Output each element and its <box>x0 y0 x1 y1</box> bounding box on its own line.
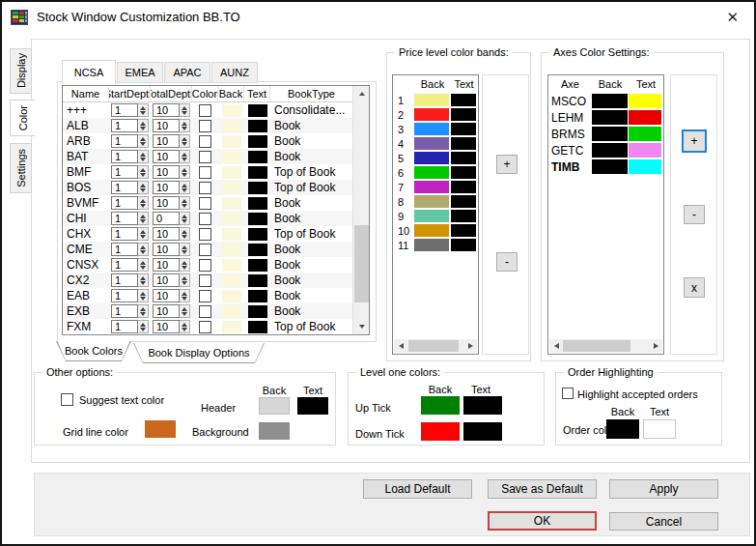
spinner-down-icon[interactable] <box>140 297 146 301</box>
spinner-buttons[interactable] <box>138 289 149 302</box>
spinner-down-icon[interactable] <box>140 281 146 285</box>
band-text-swatch[interactable] <box>451 239 476 251</box>
scrollbar-thumb[interactable] <box>408 340 459 352</box>
text-color-swatch[interactable] <box>248 274 267 287</box>
back-color-swatch[interactable] <box>222 213 241 225</box>
band-back-swatch[interactable] <box>414 123 449 135</box>
book-table-row[interactable]: ALB110Book <box>63 118 352 133</box>
up-tick-text-swatch[interactable] <box>463 396 502 415</box>
band-back-swatch[interactable] <box>414 166 449 179</box>
spinner-buttons[interactable] <box>138 320 149 333</box>
band-text-swatch[interactable] <box>451 123 476 135</box>
axes-row[interactable]: MSCO <box>548 93 663 109</box>
band-back-swatch[interactable] <box>414 195 449 208</box>
spinner-up-icon[interactable] <box>182 292 187 296</box>
depth-spinner[interactable]: 1 <box>111 273 149 287</box>
spinner-up-icon[interactable] <box>182 245 187 249</box>
spinner-buttons[interactable] <box>180 134 190 148</box>
depth-spinner[interactable]: 1 <box>111 243 149 256</box>
spinner-down-icon[interactable] <box>140 204 146 208</box>
spinner-up-icon[interactable] <box>140 307 146 311</box>
book-table-row[interactable]: CHX110Top of Book <box>63 226 352 242</box>
spinner-buttons[interactable] <box>180 196 190 210</box>
back-color-swatch[interactable] <box>222 321 241 333</box>
tab-book-display-options[interactable]: Book Display Options <box>133 343 265 363</box>
book-table-row[interactable]: FXM110Top of Book <box>63 319 352 334</box>
depth-spinner[interactable]: 1 <box>111 134 149 148</box>
spinner-buttons[interactable] <box>138 150 149 163</box>
back-color-swatch[interactable] <box>222 244 241 256</box>
depth-spinner[interactable]: 10 <box>153 304 190 318</box>
depth-spinner[interactable]: 10 <box>153 258 190 272</box>
add-axe-button[interactable]: + <box>682 129 707 153</box>
back-color-swatch[interactable] <box>222 151 241 163</box>
spinner-down-icon[interactable] <box>182 173 187 177</box>
text-color-swatch[interactable] <box>248 182 267 194</box>
down-tick-text-swatch[interactable] <box>463 422 502 441</box>
spinner-down-icon[interactable] <box>140 235 146 239</box>
axe-back-swatch[interactable] <box>592 94 628 108</box>
back-color-swatch[interactable] <box>222 120 241 132</box>
axe-back-swatch[interactable] <box>592 143 628 158</box>
order-back-swatch[interactable] <box>606 419 639 439</box>
depth-spinner[interactable]: 0 <box>153 212 190 225</box>
book-table-row[interactable]: BAT110Book <box>63 149 352 164</box>
color-checkbox[interactable] <box>199 166 211 179</box>
depth-spinner[interactable]: 1 <box>111 119 149 132</box>
depth-spinner[interactable]: 10 <box>153 165 190 179</box>
spinner-buttons[interactable] <box>180 320 190 333</box>
band-text-swatch[interactable] <box>451 224 476 237</box>
spinner-down-icon[interactable] <box>140 173 146 177</box>
spinner-buttons[interactable] <box>180 119 190 132</box>
text-color-swatch[interactable] <box>248 305 267 318</box>
scrollbar-thumb[interactable] <box>563 340 630 352</box>
text-color-swatch[interactable] <box>248 197 267 210</box>
spinner-up-icon[interactable] <box>182 168 187 172</box>
scroll-left-icon[interactable] <box>549 339 563 353</box>
spinner-down-icon[interactable] <box>140 158 146 161</box>
spinner-up-icon[interactable] <box>182 276 187 280</box>
text-color-swatch[interactable] <box>248 290 267 302</box>
text-color-swatch[interactable] <box>248 120 267 132</box>
price-band-row[interactable]: 11 <box>393 238 478 252</box>
spinner-up-icon[interactable] <box>182 122 187 126</box>
tab-apac[interactable]: APAC <box>164 62 210 83</box>
depth-spinner[interactable]: 10 <box>153 119 190 132</box>
apply-button[interactable]: Apply <box>609 479 718 499</box>
band-back-swatch[interactable] <box>414 94 449 106</box>
band-back-swatch[interactable] <box>414 152 449 164</box>
depth-spinner[interactable]: 1 <box>111 165 149 179</box>
depth-spinner[interactable]: 1 <box>111 289 149 302</box>
band-text-swatch[interactable] <box>451 152 476 164</box>
depth-spinner[interactable]: 10 <box>153 103 190 117</box>
spinner-buttons[interactable] <box>180 304 190 318</box>
depth-spinner[interactable]: 1 <box>111 196 149 210</box>
spinner-up-icon[interactable] <box>140 122 146 126</box>
spinner-up-icon[interactable] <box>182 215 187 218</box>
col-startdepth[interactable]: StartDepth <box>109 86 151 101</box>
spinner-up-icon[interactable] <box>140 276 146 280</box>
book-table-row[interactable]: EAB110Book <box>63 288 352 303</box>
band-back-swatch[interactable] <box>414 181 449 193</box>
color-checkbox[interactable] <box>199 213 211 225</box>
back-color-swatch[interactable] <box>222 182 241 194</box>
spinner-down-icon[interactable] <box>140 312 146 316</box>
band-text-swatch[interactable] <box>451 210 476 222</box>
grid-line-color-swatch[interactable] <box>145 420 176 438</box>
color-checkbox[interactable] <box>199 305 211 318</box>
axe-text-swatch[interactable] <box>629 143 661 158</box>
spinner-buttons[interactable] <box>138 212 149 225</box>
depth-spinner[interactable]: 1 <box>111 181 149 194</box>
spinner-up-icon[interactable] <box>182 307 187 311</box>
spinner-down-icon[interactable] <box>140 219 146 223</box>
spinner-buttons[interactable] <box>180 165 190 179</box>
axe-back-swatch[interactable] <box>592 159 628 174</box>
color-checkbox[interactable] <box>199 244 211 256</box>
spinner-down-icon[interactable] <box>182 235 187 239</box>
back-color-swatch[interactable] <box>222 135 241 148</box>
add-band-button[interactable]: + <box>496 155 518 174</box>
spinner-up-icon[interactable] <box>182 153 187 157</box>
band-back-swatch[interactable] <box>414 210 449 222</box>
spinner-down-icon[interactable] <box>182 250 187 254</box>
spinner-up-icon[interactable] <box>182 137 187 141</box>
